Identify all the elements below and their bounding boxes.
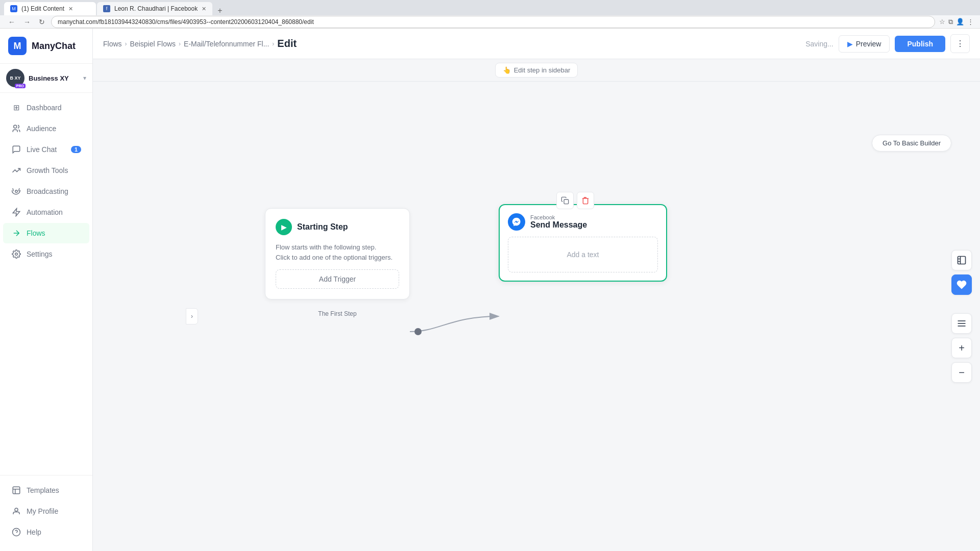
add-text-placeholder: Add a text (567, 251, 599, 259)
connector-text: The First Step (318, 310, 356, 317)
fb-node-header: Facebook Send Message (508, 213, 658, 231)
my-profile-icon (11, 506, 21, 516)
sidebar-item-dashboard[interactable]: ⊞ Dashboard (3, 97, 89, 118)
preview-button[interactable]: ▶ Preview (839, 35, 890, 53)
sidebar-item-audience[interactable]: Audience (3, 118, 89, 139)
sidebar-item-live-chat[interactable]: Live Chat 1 (3, 139, 89, 160)
add-trigger-button[interactable]: Add Trigger (276, 269, 399, 289)
hint-container: 👆 Edit step in sidebar (495, 63, 578, 78)
browser-tab-active[interactable]: M (1) Edit Content ✕ (4, 2, 96, 15)
address-bar[interactable] (51, 16, 935, 28)
publish-button[interactable]: Publish (895, 36, 945, 52)
growth-tools-icon (11, 165, 21, 176)
canvas-controls: + − (951, 250, 972, 383)
controls-spacer (951, 299, 972, 309)
svg-point-8 (414, 328, 422, 335)
play-icon: ▶ (276, 219, 292, 235)
header-actions: Saving... ▶ Preview Publish ⋮ (805, 34, 970, 53)
live-chat-icon (11, 144, 21, 155)
broadcasting-icon (11, 186, 21, 196)
forward-button[interactable]: → (21, 17, 33, 27)
more-button[interactable]: ⋮ (950, 34, 970, 53)
minus-icon: − (959, 367, 965, 379)
sidebar-item-broadcasting[interactable]: Broadcasting (3, 181, 89, 202)
svg-marker-1 (13, 209, 20, 216)
help-icon (11, 527, 21, 537)
sidebar-item-settings[interactable]: Settings (3, 244, 89, 264)
app: M ManyChat B XY PRO Business XY ▾ ⊞ Dash… (0, 29, 980, 551)
node-desc-line1: Flow starts with the following step. (276, 243, 376, 251)
page-title: Edit (277, 38, 297, 49)
svg-rect-3 (13, 487, 20, 494)
tab-close[interactable]: ✕ (68, 6, 73, 12)
sidebar-expand-button[interactable]: › (186, 308, 198, 324)
node-desc-line2: Click to add one of the optional trigger… (276, 254, 393, 261)
settings-icon (11, 249, 21, 259)
breadcrumb-email[interactable]: E-Mail/Telefonnummer Fl... (184, 40, 269, 48)
logo-text: ManyChat (32, 41, 76, 52)
profile-icon[interactable]: 👤 (956, 18, 964, 26)
breadcrumb-beispiel[interactable]: Beispiel Flows (130, 40, 176, 48)
node-action-buttons (556, 192, 684, 209)
svg-rect-10 (958, 257, 966, 264)
svg-rect-9 (564, 199, 569, 204)
pro-badge: PRO (15, 84, 26, 88)
panel-icon-button[interactable] (951, 250, 972, 270)
align-button[interactable] (951, 313, 972, 334)
automation-icon (11, 207, 21, 217)
svg-point-4 (15, 508, 18, 511)
sidebar-item-templates[interactable]: Templates (3, 480, 89, 500)
plus-icon: + (959, 342, 965, 354)
breadcrumb-sep-3: › (272, 40, 274, 47)
browser-tab-2[interactable]: f Leon R. Chaudhari | Facebook ✕ (97, 2, 212, 15)
main-content: Flows › Beispiel Flows › E-Mail/Telefonn… (93, 29, 980, 551)
zoom-in-button[interactable]: + (951, 338, 972, 358)
sidebar-item-help[interactable]: Help (3, 522, 89, 542)
breadcrumb-sep-2: › (179, 40, 181, 47)
sidebar: M ManyChat B XY PRO Business XY ▾ ⊞ Dash… (0, 29, 93, 551)
tab2-label: Leon R. Chaudhari | Facebook (114, 5, 198, 12)
tab-label: (1) Edit Content (21, 5, 64, 12)
bookmark-icon[interactable]: ☆ (939, 18, 945, 26)
breadcrumb-flows[interactable]: Flows (103, 40, 122, 48)
new-tab-button[interactable]: + (213, 6, 226, 15)
flow-canvas[interactable]: ▶ Starting Step Flow starts with the fol… (93, 82, 980, 551)
tab2-close[interactable]: ✕ (202, 6, 206, 12)
hint-icon: 👆 (503, 66, 511, 74)
node-title: Starting Step (297, 222, 348, 232)
favorites-button[interactable] (951, 274, 972, 295)
copy-node-button[interactable] (556, 192, 574, 209)
flow-connections (93, 82, 980, 551)
breadcrumb: Flows › Beispiel Flows › E-Mail/Telefonn… (103, 38, 799, 49)
fb-node-title: Send Message (530, 220, 587, 230)
menu-icon[interactable]: ⋮ (967, 18, 974, 26)
sidebar-item-growth-tools[interactable]: Growth Tools (3, 160, 89, 181)
sidebar-item-automation[interactable]: Automation (3, 202, 89, 222)
canvas-hint-bar: 👆 Edit step in sidebar (93, 59, 980, 82)
business-selector[interactable]: B XY PRO Business XY ▾ (0, 64, 92, 93)
sidebar-item-flows[interactable]: Flows (3, 223, 89, 243)
refresh-button[interactable]: ↻ (37, 17, 47, 27)
extensions-icon[interactable]: ⧉ (948, 18, 953, 26)
sidebar-item-label: Broadcasting (27, 187, 81, 195)
starting-step-node[interactable]: ▶ Starting Step Flow starts with the fol… (265, 208, 410, 299)
node-description: Flow starts with the following step. Cli… (276, 242, 399, 262)
delete-node-button[interactable] (577, 192, 594, 209)
go-basic-builder-button[interactable]: Go To Basic Builder (872, 135, 951, 152)
fb-title-group: Facebook Send Message (530, 214, 587, 230)
business-name: Business XY (29, 74, 79, 82)
connector-label: The First Step (318, 310, 356, 317)
facebook-message-node[interactable]: Facebook Send Message Add a text (499, 204, 667, 282)
back-button[interactable]: ← (6, 17, 17, 27)
add-text-area[interactable]: Add a text (508, 237, 658, 272)
sidebar-item-my-profile[interactable]: My Profile (3, 501, 89, 521)
zoom-out-button[interactable]: − (951, 362, 972, 383)
chevron-down-icon: ▾ (83, 74, 86, 82)
flows-icon (11, 228, 21, 238)
svg-point-2 (15, 253, 18, 256)
logo-icon: M (8, 37, 27, 55)
templates-icon (11, 485, 21, 495)
messenger-icon (508, 213, 525, 231)
tab-favicon: M (10, 5, 17, 12)
avatar-initials: B XY (10, 76, 20, 81)
